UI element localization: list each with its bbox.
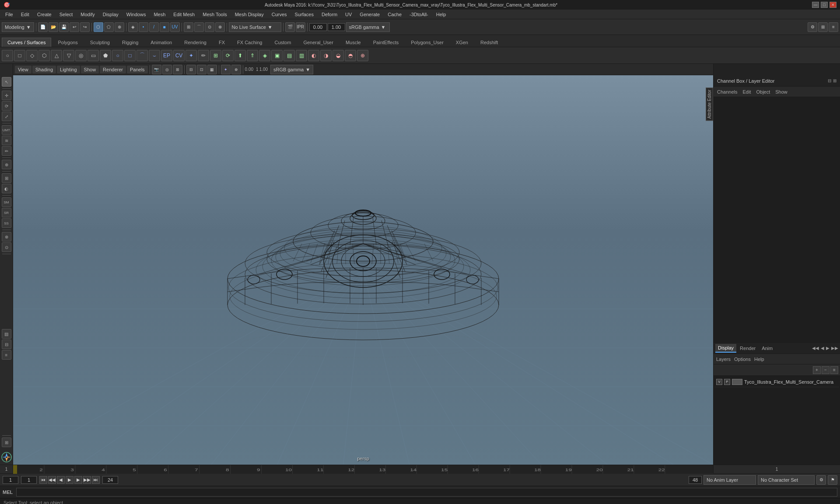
open-file-btn[interactable]: 📂 <box>49 22 58 32</box>
menu-mesh-display[interactable]: Mesh Display <box>231 11 267 18</box>
component-btn[interactable]: ◈ <box>128 22 138 32</box>
menu-display[interactable]: Display <box>99 11 122 18</box>
layer-sub-help[interactable]: Help <box>754 357 764 362</box>
shelf-icon-birail[interactable]: ⇑ <box>247 50 258 61</box>
menu-generate[interactable]: Generate <box>356 11 383 18</box>
move-tool-btn[interactable]: ✛ <box>2 91 11 100</box>
snap-view-btn[interactable]: ⊗ <box>215 22 225 32</box>
scale-value-input[interactable] <box>328 23 345 31</box>
cluster-btn[interactable]: ⊗ <box>2 232 11 242</box>
save-file-btn[interactable]: 💾 <box>59 22 69 32</box>
shelf-icon-nurbs-sq[interactable]: □ <box>124 50 136 61</box>
shelf-icon-boundary[interactable]: ▤ <box>284 50 295 61</box>
menu-surfaces[interactable]: Surfaces <box>291 11 317 18</box>
jiggle-btn[interactable]: ⊙ <box>2 242 11 252</box>
vp-xray-btn[interactable]: ✦ <box>221 65 231 74</box>
shelf-icon-revolve[interactable]: ⟳ <box>222 50 234 61</box>
snap-scale-btn[interactable]: SS <box>2 218 11 228</box>
vp-flat-btn[interactable]: ▦ <box>207 65 217 74</box>
shelf-icon-plane[interactable]: ▭ <box>88 50 99 61</box>
tab-rigging[interactable]: Rigging <box>116 38 144 47</box>
vp-res-btn[interactable]: ⊞ <box>173 65 182 74</box>
new-layer-btn[interactable]: + <box>813 366 821 374</box>
tab-rendering[interactable]: Rendering <box>178 38 212 47</box>
vertex-btn[interactable]: • <box>139 22 148 32</box>
layer-panel-next-btn[interactable]: ▶▶ <box>831 346 838 350</box>
pb-step-back-btn[interactable]: ◀◀ <box>48 476 56 484</box>
face-btn[interactable]: ■ <box>160 22 169 32</box>
gamma-value-input[interactable] <box>309 23 327 31</box>
gamma-dropdown[interactable]: sRGB gamma ▼ <box>346 22 390 32</box>
snap-move-btn[interactable]: SM <box>2 197 11 207</box>
scale-tool-btn[interactable]: ⤢ <box>2 112 11 121</box>
vp-wireframe-btn[interactable]: ⊟ <box>186 65 196 74</box>
shelf-icon-stitch[interactable]: ◑ <box>320 50 332 61</box>
shelf-icon-untrim[interactable]: ◓ <box>345 50 356 61</box>
menu-curves[interactable]: Curves <box>268 11 290 18</box>
shelf-icon-hex[interactable]: ⬡ <box>38 50 50 61</box>
shelf-icon-square-srf[interactable]: ▥ <box>296 50 307 61</box>
tab-polygons[interactable]: Polygons <box>52 38 83 47</box>
timeline-ruler[interactable]: 2 3 4 5 6 7 8 9 10 11 12 13 14 15 16 17 … <box>13 465 713 474</box>
range-end-input[interactable] <box>102 476 118 484</box>
menu-uv[interactable]: UV <box>342 11 355 18</box>
layer-tab-anim[interactable]: Anim <box>759 344 775 352</box>
vp-lighting-menu[interactable]: Lighting <box>57 66 80 74</box>
settings-btn[interactable]: ⚙ <box>808 22 817 32</box>
select-tool-btn[interactable]: ↖ <box>2 77 11 87</box>
redo-btn[interactable]: ↪ <box>80 22 90 32</box>
shelf-icon-bevel[interactable]: ◈ <box>259 50 270 61</box>
viewport[interactable]: persp <box>13 75 713 465</box>
snap-rot-btn[interactable]: SR <box>2 208 11 217</box>
show-manip-btn[interactable]: ⊕ <box>2 160 11 169</box>
range-start-input[interactable] <box>21 476 37 484</box>
select-mode-btn[interactable]: ⬡ <box>94 22 103 32</box>
layer-color-swatch[interactable] <box>732 379 742 385</box>
region-select-btn[interactable]: ⊞ <box>2 173 11 183</box>
menu-edit-mesh[interactable]: Edit Mesh <box>170 11 198 18</box>
pb-goto-start-btn[interactable]: ⏮ <box>39 476 47 484</box>
shelf-icon-nurbs-circle[interactable]: ○ <box>112 50 123 61</box>
vp-renderer-menu[interactable]: Renderer <box>100 66 126 74</box>
menu-help[interactable]: Help <box>433 11 450 18</box>
shelf-icon-extrude[interactable]: ⬆ <box>234 50 246 61</box>
menu-3dtall[interactable]: -3DtoAll- <box>406 11 432 18</box>
anim-layer-dropdown[interactable]: No Anim Layer <box>704 475 756 485</box>
pb-play-btn[interactable]: ▶ <box>66 476 74 484</box>
snap-grid-btn[interactable]: ⊞ <box>184 22 193 32</box>
shelf-icon-nurbs-arc[interactable]: ⌣ <box>149 50 160 61</box>
menu-deform[interactable]: Deform <box>318 11 341 18</box>
undo-btn[interactable]: ↩ <box>70 22 79 32</box>
new-file-btn[interactable]: 📄 <box>38 22 48 32</box>
tab-fx-caching[interactable]: FX Caching <box>231 38 268 47</box>
menu-create[interactable]: Create <box>34 11 55 18</box>
shelf-icon-cone[interactable]: ▽ <box>63 50 74 61</box>
char-set-icon[interactable]: ⚙ <box>816 475 826 485</box>
layer-options-btn[interactable]: ≡ <box>830 366 838 374</box>
shelf-icon-nurbs-c[interactable]: ⌒ <box>136 50 148 61</box>
tab-animation[interactable]: Animation <box>145 38 178 47</box>
uv-btn[interactable]: UV <box>170 22 180 32</box>
minimize-button[interactable]: — <box>812 2 819 8</box>
menu-modify[interactable]: Modify <box>77 11 98 18</box>
menu-file[interactable]: File <box>2 11 17 18</box>
shelf-icon-cv[interactable]: CV <box>173 50 185 61</box>
mel-input[interactable] <box>16 488 837 497</box>
tab-curves-surfaces[interactable]: Curves / Surfaces <box>2 38 51 47</box>
resize-icon[interactable]: ⊞ <box>833 78 836 83</box>
mode-dropdown[interactable]: Modeling ▼ <box>2 22 34 32</box>
layer-sub-layers[interactable]: Layers <box>716 357 731 362</box>
layers-toggle-btn[interactable]: ▤ <box>2 329 11 339</box>
tab-general-user[interactable]: General_User <box>298 38 339 47</box>
menu-cache[interactable]: Cache <box>384 11 405 18</box>
layer-tab-display[interactable]: Display <box>715 344 736 353</box>
layer-sub-options[interactable]: Options <box>734 357 751 362</box>
shelf-icon-pencil[interactable]: ✏ <box>198 50 209 61</box>
layer-row[interactable]: V P Tyco_Illustra_Flex_Multi_Sensor_Came… <box>714 377 839 387</box>
layer-panel-back-btn[interactable]: ◀ <box>821 346 824 350</box>
vp-view-menu[interactable]: View <box>15 66 32 74</box>
pb-next-frame-btn[interactable]: ▶ <box>74 476 82 484</box>
vp-shading-menu[interactable]: Shading <box>32 66 56 74</box>
menu-mesh-tools[interactable]: Mesh Tools <box>199 11 230 18</box>
menu-windows[interactable]: Windows <box>123 11 150 18</box>
